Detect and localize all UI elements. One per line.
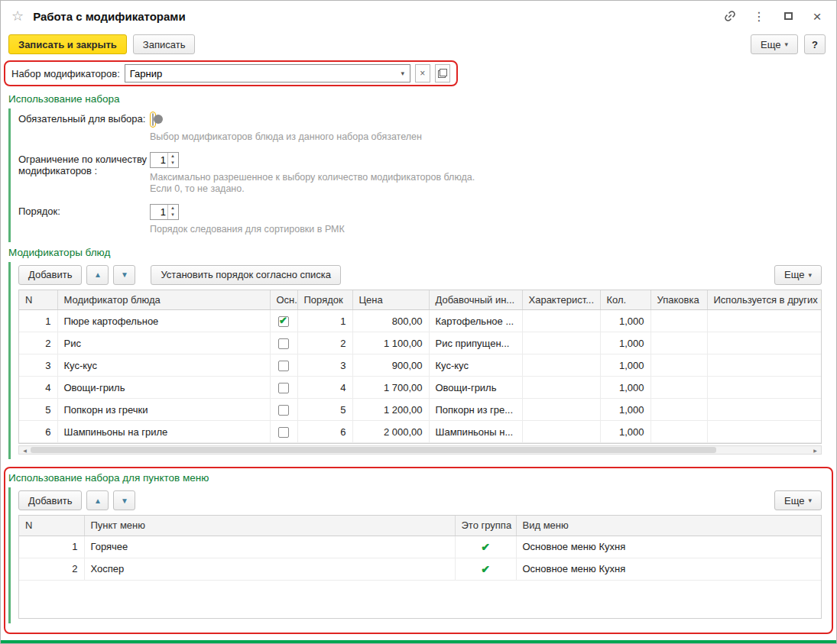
- is-group-check-icon: ✔: [481, 563, 490, 575]
- modifier-set-input[interactable]: [125, 65, 396, 82]
- table-row[interactable]: 1 Горячее ✔ Основное меню Кухня: [19, 536, 822, 558]
- cell-ingredient: Кус-кус: [429, 354, 522, 377]
- cell-menu-kind: Основное меню Кухня: [516, 558, 822, 580]
- cell-order: 3: [297, 354, 352, 377]
- cell-order: 2: [297, 332, 352, 354]
- toggle-knob: [154, 115, 163, 124]
- order-hint: Порядок следования для сортировки в РМК: [150, 224, 486, 236]
- cell-packaging: [650, 332, 707, 354]
- column-header-order[interactable]: Порядок: [297, 290, 352, 310]
- move-up-button[interactable]: ▲: [86, 490, 109, 510]
- horizontal-scrollbar[interactable]: ◀ ▶: [18, 445, 822, 455]
- favorite-star-icon[interactable]: ☆: [11, 8, 24, 24]
- cell-characteristic: [522, 354, 600, 377]
- kebab-menu-icon[interactable]: ⋮: [752, 9, 766, 23]
- save-button[interactable]: Записать: [133, 34, 196, 54]
- limit-spin-buttons[interactable]: ▲ ▼: [167, 153, 177, 167]
- scrollbar-thumb[interactable]: [31, 447, 716, 453]
- cell-price: 1 700,00: [352, 377, 429, 399]
- cell-packaging: [650, 310, 707, 332]
- column-header-menu-kind[interactable]: Вид меню: [516, 516, 822, 536]
- open-value-button[interactable]: [435, 64, 450, 83]
- column-header-used[interactable]: Используется в других п: [707, 290, 822, 310]
- scrollbar-track[interactable]: [31, 446, 809, 454]
- column-header-n[interactable]: N: [19, 290, 57, 310]
- column-header-price[interactable]: Цена: [352, 290, 429, 310]
- cell-n: 1: [19, 310, 57, 332]
- section-usage: Использование набора Обязательный для вы…: [8, 93, 829, 242]
- set-order-button[interactable]: Установить порядок согласно списка: [151, 265, 341, 285]
- main-checkbox[interactable]: ✔: [278, 383, 289, 393]
- order-spin-buttons[interactable]: ▲ ▼: [167, 205, 177, 219]
- table-row[interactable]: 2 Рис ✔ 2 1 100,00 Рис припущен... 1,000: [19, 332, 822, 354]
- column-header-packaging[interactable]: Упаковка: [650, 290, 707, 310]
- cell-ingredient: Рис припущен...: [429, 332, 522, 354]
- annotation-box-menu-usage: Использование набора для пунктов меню До…: [4, 467, 833, 634]
- required-label: Обязательный для выбора:: [18, 112, 150, 144]
- modifier-set-combo[interactable]: ▾: [125, 64, 410, 83]
- more-button-menu-usage[interactable]: Еще ▾: [774, 490, 822, 510]
- table-row[interactable]: 3 Кус-кус ✔ 3 900,00 Кус-кус 1,000: [19, 354, 822, 377]
- more-button-modifiers[interactable]: Еще ▾: [774, 265, 822, 285]
- cell-ingredient: Попкорн из гре...: [429, 399, 522, 421]
- help-button[interactable]: ?: [804, 34, 826, 54]
- main-checkbox[interactable]: ✔: [278, 427, 289, 438]
- save-and-close-button[interactable]: Записать и закрыть: [8, 34, 127, 54]
- limit-row: Ограничение по количеству модификаторов …: [18, 152, 829, 196]
- spin-down-icon[interactable]: ▼: [168, 160, 177, 167]
- scroll-right-icon[interactable]: ▶: [809, 446, 821, 454]
- table-row[interactable]: 6 Шампиньоны на гриле ✔ 6 2 000,00 Шампи…: [19, 421, 822, 443]
- column-header-qty[interactable]: Кол.: [600, 290, 650, 310]
- required-toggle[interactable]: [152, 113, 154, 126]
- window-title: Работа с модификаторами: [33, 10, 186, 23]
- menu-usage-table-box: N Пункт меню Это группа Вид меню 1 Горяч…: [18, 515, 822, 619]
- main-checkbox[interactable]: ✔: [278, 316, 289, 327]
- column-header-characteristic[interactable]: Характерист...: [522, 290, 600, 310]
- add-menu-item-button[interactable]: Добавить: [18, 490, 82, 510]
- copy-link-icon[interactable]: [723, 9, 737, 23]
- move-down-button[interactable]: ▼: [113, 490, 135, 510]
- cell-ingredient: Картофельное ...: [429, 310, 522, 332]
- limit-input[interactable]: [151, 153, 167, 167]
- cell-name: Овощи-гриль: [57, 377, 270, 399]
- column-header-main[interactable]: Осн.: [270, 290, 297, 310]
- table-row[interactable]: 2 Хоспер ✔ Основное меню Кухня: [19, 558, 822, 580]
- main-checkbox[interactable]: ✔: [278, 338, 289, 349]
- column-header-name[interactable]: Модификатор блюда: [57, 290, 270, 310]
- titlebar: ☆ Работа с модификаторами ⋮ ×: [1, 1, 836, 31]
- spin-up-icon[interactable]: ▲: [168, 153, 177, 160]
- order-spinner[interactable]: ▲ ▼: [150, 204, 179, 220]
- cell-ingredient: Шампиньоны н...: [429, 421, 522, 443]
- column-header-is-group[interactable]: Это группа: [455, 516, 516, 536]
- move-up-button[interactable]: ▲: [86, 265, 109, 285]
- cell-packaging: [650, 399, 707, 421]
- menu-usage-header-row: N Пункт меню Это группа Вид меню: [19, 516, 822, 536]
- table-row[interactable]: 5 Попкорн из гречки ✔ 5 1 200,00 Попкорн…: [19, 399, 822, 421]
- clear-field-button[interactable]: ×: [415, 64, 430, 83]
- table-row[interactable]: 4 Овощи-гриль ✔ 4 1 700,00 Овощи-гриль 1…: [19, 377, 822, 399]
- scroll-left-icon[interactable]: ◀: [19, 446, 31, 454]
- limit-spinner[interactable]: ▲ ▼: [150, 152, 179, 168]
- close-icon[interactable]: ×: [810, 9, 824, 23]
- spin-up-icon[interactable]: ▲: [168, 205, 177, 212]
- spin-down-icon[interactable]: ▼: [168, 212, 177, 219]
- column-header-n[interactable]: N: [19, 516, 84, 536]
- cell-qty: 1,000: [600, 377, 650, 399]
- cell-packaging: [650, 354, 707, 377]
- table-row[interactable]: 1 Пюре картофельное ✔ 1 800,00 Картофель…: [19, 310, 822, 332]
- main-checkbox[interactable]: ✔: [278, 405, 289, 416]
- maximize-icon[interactable]: [781, 9, 795, 23]
- column-header-item[interactable]: Пункт меню: [84, 516, 455, 536]
- cell-main: ✔: [270, 377, 297, 399]
- add-modifier-button[interactable]: Добавить: [18, 265, 82, 285]
- more-button-top[interactable]: Еще ▾: [751, 34, 798, 54]
- main-checkbox[interactable]: ✔: [278, 361, 289, 371]
- order-input[interactable]: [151, 205, 167, 219]
- down-arrow-icon: ▼: [121, 270, 128, 279]
- limit-label: Ограничение по количеству модификаторов …: [18, 152, 150, 196]
- move-down-button[interactable]: ▼: [113, 265, 135, 285]
- cell-qty: 1,000: [600, 310, 650, 332]
- combo-dropdown-icon[interactable]: ▾: [396, 65, 410, 82]
- column-header-ingredient[interactable]: Добавочный ин...: [429, 290, 522, 310]
- cell-main: ✔: [270, 310, 297, 332]
